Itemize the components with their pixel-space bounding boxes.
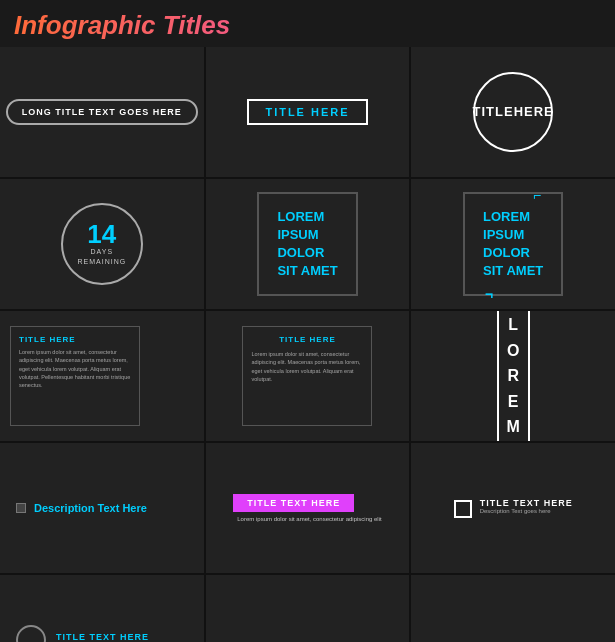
cell-circle-label: TITLE TEXT HERE Description Text goes he…	[0, 575, 204, 642]
circle-label-group: TITLE TEXT HERE Description Text goes he…	[56, 632, 149, 642]
card-title-1: TITLE HERE	[19, 335, 131, 344]
circle-small-icon	[16, 625, 46, 642]
card-box-1: TITLE HERE Lorem ipsum dolor sit amet, c…	[10, 326, 140, 426]
lorem-text: LOREM IPSUM DOLOR SIT AMET	[257, 192, 357, 297]
countdown-circle: 14 DAYS REMAINING	[61, 203, 143, 285]
cell-lorem-box: LOREM IPSUM DOLOR SIT AMET	[206, 179, 410, 309]
grid: LONG TITLE TEXT GOES HERE TITLE HERE TIT…	[0, 47, 615, 642]
circle-label-item: TITLE TEXT HERE Description Text goes he…	[16, 625, 149, 642]
banner-title: TITLE TEXT HERE	[233, 494, 354, 512]
desc-label: Description Text Here	[34, 502, 147, 514]
cell-card-center: TITLE HERE Lorem ipsum dolor sit amet, c…	[206, 311, 410, 441]
cell-title-here: TITLE HERE	[206, 47, 410, 177]
cell-countdown: 14 DAYS REMAINING	[0, 179, 204, 309]
cell-bottom-center: Fs 梵摄创意库 www.FSTVC.CC	[206, 575, 410, 642]
cell-banner-title: TITLE TEXT HERE Lorem ipsum dolor sit am…	[206, 443, 410, 573]
card-box-2: TITLE HERE Lorem ipsum dolor sit amet, c…	[242, 326, 372, 426]
desc-item: Description Text Here	[16, 502, 147, 514]
cbox-square-icon	[454, 500, 472, 518]
card-text-1: Lorem ipsum dolor sit amet, consectetur …	[19, 348, 131, 389]
cbox-title-label: TITLE TEXT HERE	[480, 498, 573, 508]
cbox-desc-label: Description Text goes here	[480, 508, 573, 514]
long-title-label: LONG TITLE TEXT GOES HERE	[6, 99, 198, 125]
cell-long-title: LONG TITLE TEXT GOES HERE	[0, 47, 204, 177]
checkbox-title-item: TITLE TEXT HERE Description Text goes he…	[454, 498, 573, 518]
cell-circle-title: TITLE HERE	[411, 47, 615, 177]
vertical-letters: LOREM	[507, 312, 520, 440]
cbox-text-group: TITLE TEXT HERE Description Text goes he…	[480, 498, 573, 514]
cell-card-left: TITLE HERE Lorem ipsum dolor sit amet, c…	[0, 311, 204, 441]
cell-lorem-arrows: ⌐ LOREM IPSUM DOLOR SIT AMET ¬	[411, 179, 615, 309]
banner-subtitle: Lorem ipsum dolor sit amet, consectetur …	[233, 516, 381, 522]
cell-bottom-right	[411, 575, 615, 642]
cell-desc-check: Description Text Here	[0, 443, 204, 573]
arrow-top-icon: ⌐	[533, 186, 541, 206]
cell-vertical-lorem: LOREM	[411, 311, 615, 441]
countdown-number: 14	[87, 221, 116, 247]
title-banner: TITLE TEXT HERE Lorem ipsum dolor sit am…	[233, 494, 381, 522]
circle-title-box: TITLE HERE	[473, 72, 553, 152]
cell-checkbox-title: TITLE TEXT HERE Description Text goes he…	[411, 443, 615, 573]
lorem-arrows-box: ⌐ LOREM IPSUM DOLOR SIT AMET ¬	[463, 192, 563, 297]
card-text-2: Lorem ipsum dolor sit amet, consectetur …	[251, 350, 363, 383]
page-title: Infographic Titles	[0, 0, 615, 47]
circle-title-text: TITLE TEXT HERE	[56, 632, 149, 642]
title-here-label: TITLE HERE	[247, 99, 367, 125]
countdown-sub: DAYS REMAINING	[77, 247, 126, 267]
arrow-bottom-icon: ¬	[485, 285, 493, 305]
checkbox-icon	[16, 503, 26, 513]
vertical-box: LOREM	[497, 311, 530, 441]
card-title-2: TITLE HERE	[251, 335, 363, 344]
